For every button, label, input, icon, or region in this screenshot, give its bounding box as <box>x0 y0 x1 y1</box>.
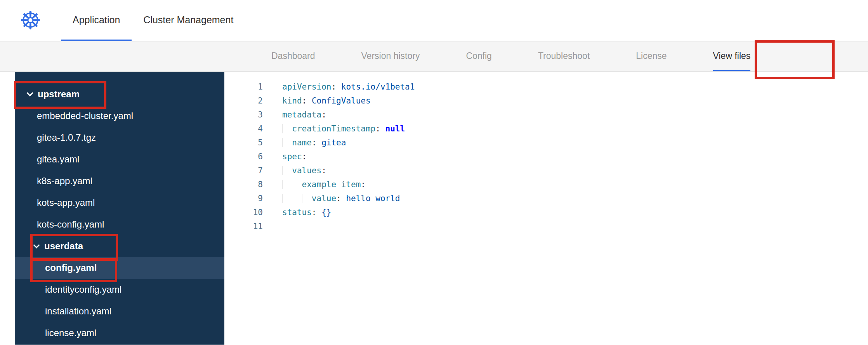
subnav-item-view-files[interactable]: View files <box>713 41 751 71</box>
main-content: upstreamembedded-cluster.yamlgitea-1.0.7… <box>0 72 868 345</box>
code-line-6[interactable]: spec: <box>282 150 868 164</box>
line-number: 3 <box>224 108 263 122</box>
tree-item-label: embedded-cluster.yaml <box>37 110 133 121</box>
tree-item-label: gitea-1.0.7.tgz <box>37 132 96 143</box>
subnav: DashboardVersion historyConfigTroublesho… <box>0 41 868 72</box>
tree-item-label: userdata <box>44 241 83 252</box>
line-number: 6 <box>224 150 263 164</box>
line-number: 2 <box>224 94 263 108</box>
tab-application[interactable]: Application <box>61 0 132 41</box>
tree-item-kots-app-yaml[interactable]: kots-app.yaml <box>15 192 224 214</box>
subnav-item-dashboard[interactable]: Dashboard <box>271 41 315 71</box>
code-line-8[interactable]: example_item: <box>282 178 868 191</box>
subnav-item-config[interactable]: Config <box>466 41 491 71</box>
tree-item-embedded-cluster-yaml[interactable]: embedded-cluster.yaml <box>15 105 224 127</box>
line-numbers: 1234567891011 <box>224 80 263 345</box>
tab-cluster-management[interactable]: Cluster Management <box>132 0 245 41</box>
tree-item-upstream[interactable]: upstream <box>15 83 224 105</box>
chevron-down-icon <box>33 242 40 248</box>
code-area[interactable]: apiVersion: kots.io/v1beta1kind: ConfigV… <box>282 80 868 345</box>
tree-item-license-yaml[interactable]: license.yaml <box>15 322 224 344</box>
line-number: 5 <box>224 136 263 150</box>
code-line-10[interactable]: status: {} <box>282 205 868 219</box>
line-number: 9 <box>224 191 263 205</box>
line-number: 8 <box>224 178 263 191</box>
tree-item-userdata[interactable]: userdata <box>15 235 224 257</box>
line-number: 1 <box>224 80 263 94</box>
kubernetes-logo-icon: ☸ <box>0 0 61 41</box>
subnav-item-license[interactable]: License <box>636 41 667 71</box>
code-line-4[interactable]: creationTimestamp: null <box>282 122 868 136</box>
chevron-down-icon <box>27 90 33 97</box>
app-header: ☸ Application Cluster Management <box>0 0 868 41</box>
tree-item-config-yaml[interactable]: config.yaml <box>15 257 224 279</box>
code-line-3[interactable]: metadata: <box>282 108 868 122</box>
code-line-1[interactable]: apiVersion: kots.io/v1beta1 <box>282 80 868 94</box>
primary-tabs: Application Cluster Management <box>61 0 245 41</box>
code-line-9[interactable]: value: hello world <box>282 191 868 205</box>
tree-item-label: config.yaml <box>45 262 97 273</box>
code-editor[interactable]: 1234567891011 apiVersion: kots.io/v1beta… <box>224 72 868 345</box>
subnav-item-troubleshoot[interactable]: Troubleshoot <box>538 41 590 71</box>
code-line-11[interactable] <box>282 219 868 233</box>
tree-item-label: gitea.yaml <box>37 154 79 165</box>
line-number: 10 <box>224 205 263 219</box>
tree-item-label: identityconfig.yaml <box>45 284 122 295</box>
tree-item-installation-yaml[interactable]: installation.yaml <box>15 300 224 322</box>
tree-item-label: license.yaml <box>45 328 96 338</box>
tree-item-identityconfig-yaml[interactable]: identityconfig.yaml <box>15 279 224 300</box>
code-line-2[interactable]: kind: ConfigValues <box>282 94 868 108</box>
tree-item-gitea-yaml[interactable]: gitea.yaml <box>15 148 224 170</box>
tree-item-label: kots-config.yaml <box>37 219 104 230</box>
tree-item-k8s-app-yaml[interactable]: k8s-app.yaml <box>15 170 224 192</box>
tree-item-gitea-1-0-7-tgz[interactable]: gitea-1.0.7.tgz <box>15 127 224 148</box>
tree-item-label: kots-app.yaml <box>37 197 95 208</box>
tree-item-kots-config-yaml[interactable]: kots-config.yaml <box>15 214 224 235</box>
line-number: 11 <box>224 219 263 233</box>
line-number: 7 <box>224 164 263 178</box>
tree-item-label: k8s-app.yaml <box>37 176 92 186</box>
tree-item-label: upstream <box>38 89 80 100</box>
code-line-7[interactable]: values: <box>282 164 868 178</box>
code-line-5[interactable]: name: gitea <box>282 136 868 150</box>
subnav-item-version-history[interactable]: Version history <box>361 41 420 71</box>
tree-item-label: installation.yaml <box>45 306 111 317</box>
file-tree: upstreamembedded-cluster.yamlgitea-1.0.7… <box>15 72 224 345</box>
line-number: 4 <box>224 122 263 136</box>
